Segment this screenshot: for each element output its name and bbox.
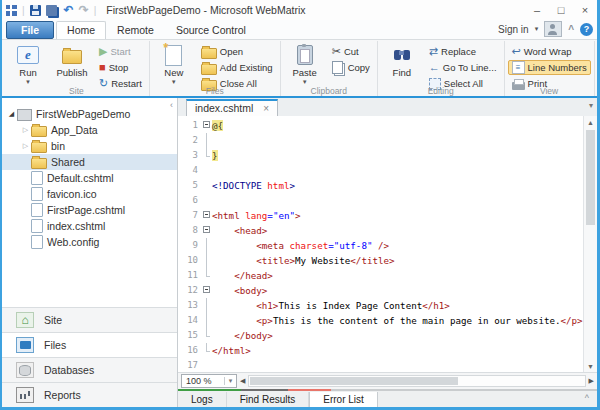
- workspace-files[interactable]: Files: [2, 332, 177, 357]
- tree-expander-icon[interactable]: ◢: [6, 110, 17, 118]
- fold-toggle-icon[interactable]: [201, 223, 212, 238]
- line-number: 10: [178, 253, 201, 268]
- fold-toggle-icon[interactable]: [201, 208, 212, 223]
- code-wrap: 1@{23}45<!DOCTYPE html>67<html lang="en"…: [178, 116, 597, 372]
- zoom-caret-icon[interactable]: ▾: [224, 377, 236, 385]
- new-button[interactable]: New▼: [153, 42, 195, 87]
- fold-toggle-icon[interactable]: [201, 283, 212, 298]
- find-button[interactable]: Find: [381, 42, 423, 80]
- line-number: 13: [178, 298, 201, 313]
- vertical-scrollbar[interactable]: ▲ ▼: [583, 116, 597, 372]
- zoom-value: 100 %: [182, 376, 224, 386]
- add-existing-button[interactable]: Add Existing: [197, 60, 277, 75]
- collapse-panel-icon[interactable]: ^: [585, 393, 597, 403]
- run-button[interactable]: eRun▼: [7, 42, 49, 87]
- close-button[interactable]: ×: [573, 1, 597, 19]
- code-editor[interactable]: 1@{23}45<!DOCTYPE html>67<html lang="en"…: [178, 116, 583, 372]
- horizontal-scroll-thumb[interactable]: [250, 377, 458, 385]
- bottom-tab-error-list[interactable]: Error List: [309, 392, 378, 407]
- tree-item-label: FirstWebPageDemo: [36, 108, 130, 120]
- bottom-tab-find-results[interactable]: Find Results: [227, 392, 310, 407]
- save-all-icon[interactable]: [46, 5, 57, 16]
- tree-item-firstwebpagedemo[interactable]: ◢FirstWebPageDemo: [2, 106, 177, 122]
- tree-item-web-config[interactable]: Web.config: [2, 234, 177, 250]
- fold-toggle-icon[interactable]: [201, 118, 212, 133]
- tree-item-default-cshtml[interactable]: Default.cshtml: [2, 170, 177, 186]
- cut-icon: ✂: [332, 46, 341, 57]
- scroll-right-icon[interactable]: ▶: [589, 377, 594, 385]
- horizontal-scroll-track[interactable]: [248, 375, 585, 387]
- workspace-site[interactable]: ⌂Site: [2, 307, 177, 332]
- code-text: <h1>This is Index Page Content</h1>: [212, 298, 450, 313]
- editor-tab-label: index.cshtml: [195, 102, 253, 114]
- file-tree: ◢FirstWebPageDemo▷App_Data▷binSharedDefa…: [2, 98, 177, 307]
- bottom-tab-logs[interactable]: Logs: [178, 392, 227, 407]
- fold-margin: [201, 253, 212, 268]
- ribbon: eRun▼Publish▶Start■Stop↻RestartSiteNew▼O…: [2, 40, 597, 96]
- stop-button[interactable]: ■Stop: [95, 60, 146, 75]
- tree-item-firstpage-cshtml[interactable]: FirstPage.cshtml: [2, 202, 177, 218]
- close-tab-icon[interactable]: ×: [263, 103, 269, 114]
- ribbon-tab-home[interactable]: Home: [56, 21, 106, 39]
- vertical-scroll-track[interactable]: [584, 128, 597, 360]
- tree-expander-icon[interactable]: ▷: [20, 142, 31, 150]
- editor-tab-index-cshtml[interactable]: index.cshtml ×: [186, 99, 278, 116]
- replace-button[interactable]: ⇄Replace: [425, 44, 501, 59]
- sign-in-caret-icon[interactable]: ▾: [535, 25, 539, 33]
- undo-icon[interactable]: ↶: [64, 4, 74, 16]
- maximize-button[interactable]: □: [549, 1, 573, 19]
- redo-icon[interactable]: ↷: [79, 4, 89, 16]
- line-numbers-button[interactable]: ≡Line Numbers: [508, 60, 591, 75]
- word-wrap-button[interactable]: ↩Word Wrap: [508, 44, 591, 59]
- tree-item-shared[interactable]: Shared: [2, 154, 177, 170]
- add-existing-label: Add Existing: [220, 62, 273, 73]
- open-button[interactable]: Open: [197, 44, 277, 59]
- code-line: 14 <p>This is the content of the main pa…: [178, 313, 583, 328]
- collapse-sidebar-icon[interactable]: ‹: [170, 100, 173, 110]
- tree-item-app-data[interactable]: ▷App_Data: [2, 122, 177, 138]
- file-icon: [31, 171, 43, 185]
- group-label-editing: Editing: [378, 86, 504, 96]
- code-text: @{: [212, 118, 223, 133]
- reports-icon: [16, 387, 34, 403]
- line-numbers-label: Line Numbers: [528, 62, 587, 73]
- fold-margin: [201, 148, 212, 163]
- workspace-reports[interactable]: Reports: [2, 382, 177, 407]
- line-number: 15: [178, 328, 201, 343]
- go-to-line-button[interactable]: ←Go To Line...: [425, 60, 501, 75]
- scroll-down-icon[interactable]: ▼: [584, 360, 597, 372]
- fold-margin: [201, 178, 212, 193]
- tree-item-favicon-ico[interactable]: favicon.ico: [2, 186, 177, 202]
- help-icon[interactable]: ?: [580, 23, 593, 36]
- workspace-databases[interactable]: Databases: [2, 357, 177, 382]
- ribbon-tab-remote[interactable]: Remote: [106, 21, 165, 39]
- paste-button[interactable]: Paste▼: [284, 42, 326, 87]
- sign-in-button[interactable]: Sign in: [498, 24, 529, 35]
- save-icon[interactable]: [30, 5, 41, 16]
- fold-margin: [201, 298, 212, 313]
- cut-button[interactable]: ✂Cut: [328, 44, 374, 59]
- dropdown-caret-icon: ▼: [25, 79, 31, 85]
- tree-item-label: bin: [51, 140, 65, 152]
- tree-item-label: App_Data: [51, 124, 98, 136]
- zoom-dropdown[interactable]: 100 % ▾: [181, 374, 237, 388]
- file-icon: [31, 235, 43, 249]
- copy-button[interactable]: Copy: [328, 60, 374, 75]
- collapse-ribbon-icon[interactable]: ^: [568, 24, 574, 35]
- goto-line-icon: ←: [429, 62, 440, 73]
- avatar-icon[interactable]: [544, 21, 562, 37]
- scroll-up-icon[interactable]: ▲: [584, 116, 597, 128]
- vertical-scroll-thumb[interactable]: [586, 130, 595, 225]
- code-line: 17: [178, 358, 583, 372]
- ribbon-group-site: eRun▼Publish▶Start■Stop↻RestartSite: [4, 41, 150, 96]
- minimize-button[interactable]: –: [525, 1, 549, 19]
- tree-expander-icon[interactable]: ▷: [20, 126, 31, 134]
- tab-list-dropdown-icon[interactable]: ▾: [589, 101, 593, 110]
- tree-item-bin[interactable]: ▷bin: [2, 138, 177, 154]
- scroll-left-icon[interactable]: ◀: [240, 377, 245, 385]
- tree-item-index-cshtml[interactable]: index.cshtml: [2, 218, 177, 234]
- ribbon-tab-source-control[interactable]: Source Control: [165, 21, 257, 39]
- databases-icon: [16, 362, 34, 378]
- file-menu-button[interactable]: File: [6, 21, 54, 39]
- publish-button[interactable]: Publish: [51, 42, 93, 80]
